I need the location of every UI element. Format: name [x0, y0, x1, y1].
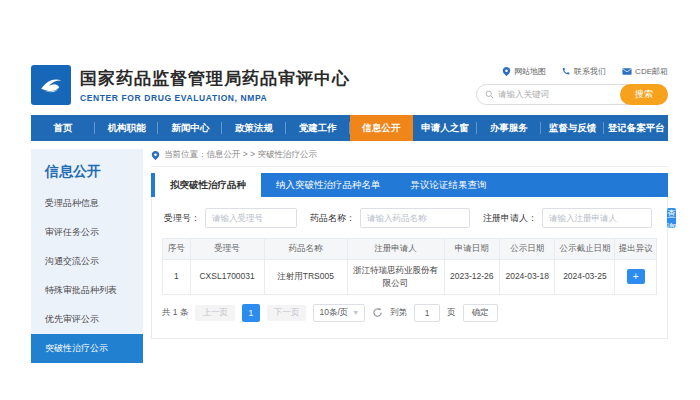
nav-item-party[interactable]: 党建工作 [286, 115, 350, 141]
breadcrumb: 当前位置：信息公开 > > 突破性治疗公示 [151, 149, 668, 167]
acceptance-no-label: 受理号： [164, 212, 200, 225]
cell-acceptance-no: CXSL1700031 [190, 260, 264, 295]
envelope-icon [622, 67, 632, 76]
applicant-input[interactable] [542, 208, 652, 228]
search-input[interactable] [498, 89, 608, 99]
header-right: 网站地图 联系我们 CDE邮箱 搜索 [472, 66, 668, 105]
col-deadline: 公示截止日期 [555, 239, 615, 260]
col-raise-objection: 提出异议 [615, 239, 657, 260]
col-apply-date: 申请日期 [444, 239, 499, 260]
confirm-button[interactable]: 确定 [463, 304, 498, 322]
tab-included-breakthrough-list[interactable]: 纳入突破性治疗品种名单 [261, 173, 396, 197]
pagination: 共 1 条 上一页 1 下一页 10条/页 ▼ 到第 页 [162, 304, 657, 322]
nav-item-policy[interactable]: 政策法规 [222, 115, 286, 141]
goto-label: 到第 [390, 307, 407, 319]
col-seq: 序号 [163, 239, 191, 260]
plus-icon[interactable]: + [627, 269, 645, 284]
drug-name-label: 药品名称： [310, 212, 355, 225]
caret-down-icon: ▼ [352, 309, 359, 316]
table-header-row: 序号 受理号 药品名称 注册申请人 申请日期 公示日期 公示截止日期 提出异议 [163, 239, 657, 260]
sitemap-label: 网站地图 [514, 66, 546, 77]
tab-proposed-breakthrough[interactable]: 拟突破性治疗品种 [155, 173, 261, 197]
prev-page-button[interactable]: 上一页 [195, 305, 235, 321]
content: 当前位置：信息公开 > > 突破性治疗公示 拟突破性治疗品种 纳入突破性治疗品种… [151, 149, 668, 363]
results-table: 序号 受理号 药品名称 注册申请人 申请日期 公示日期 公示截止日期 提出异议 [162, 238, 657, 295]
breadcrumb-pin-icon [151, 151, 160, 160]
col-applicant: 注册申请人 [347, 239, 444, 260]
table-row: 1 CXSL1700031 注射用TRS005 浙江特瑞思药业股份有限公司 20… [163, 260, 657, 295]
cell-seq: 1 [163, 260, 191, 295]
main-area: 信息公开 受理品种信息 审评任务公示 沟通交流公示 特殊审批品种列表 优先审评公… [31, 149, 668, 363]
page-size-select[interactable]: 10条/页 ▼ [313, 304, 365, 322]
sitemap-link[interactable]: 网站地图 [502, 66, 546, 77]
applicant-label: 注册申请人： [483, 212, 537, 225]
contact-link[interactable]: 联系我们 [562, 66, 606, 77]
acceptance-no-input[interactable] [205, 208, 297, 228]
nav-item-applicant-window[interactable]: 申请人之窗 [413, 115, 477, 141]
cell-applicant: 浙江特瑞思药业股份有限公司 [347, 260, 444, 295]
contact-label: 联系我们 [574, 66, 606, 77]
sidebar-item-communication[interactable]: 沟通交流公示 [31, 247, 143, 276]
sidebar-item-special-approval[interactable]: 特殊审批品种列表 [31, 276, 143, 305]
page-canvas: 国家药品监督管理局药品审评中心 CENTER FOR DRUG EVALUATI… [0, 0, 700, 400]
site-title: 国家药品监督管理局药品审评中心 [80, 67, 350, 90]
main-nav: 首页 机构职能 新闻中心 政策法规 党建工作 信息公开 申请人之窗 办事服务 监… [31, 115, 668, 141]
refresh-icon[interactable] [372, 307, 383, 318]
content-panel: 受理号： 药品名称： 注册申请人： 查询 序号 受理号 [151, 197, 668, 339]
location-pin-icon [502, 67, 511, 76]
current-page-button[interactable]: 1 [242, 304, 260, 322]
nav-item-registration-platform[interactable]: 登记备案平台 [604, 115, 668, 141]
sidebar-item-review-tasks[interactable]: 审评任务公示 [31, 218, 143, 247]
page-size-value: 10条/页 [319, 307, 348, 319]
sidebar-item-accepted-varieties[interactable]: 受理品种信息 [31, 189, 143, 218]
search-icon [485, 90, 494, 99]
site-subtitle: CENTER FOR DRUG EVALUATION, NMPA [80, 93, 350, 103]
goto-page-input[interactable] [414, 304, 440, 322]
sidebar: 信息公开 受理品种信息 审评任务公示 沟通交流公示 特殊审批品种列表 优先审评公… [31, 149, 143, 363]
nav-item-news[interactable]: 新闻中心 [158, 115, 222, 141]
nav-item-services[interactable]: 办事服务 [477, 115, 541, 141]
quick-links: 网站地图 联系我们 CDE邮箱 [502, 66, 668, 77]
cde-mail-link[interactable]: CDE邮箱 [622, 66, 668, 77]
nav-item-functions[interactable]: 机构职能 [95, 115, 159, 141]
pagination-total: 共 1 条 [162, 307, 188, 319]
cell-publicity-date: 2024-03-18 [499, 260, 554, 295]
header-search: 搜索 [476, 84, 668, 105]
breadcrumb-text: 当前位置：信息公开 > > 突破性治疗公示 [164, 149, 317, 161]
nav-item-supervision[interactable]: 监督与反馈 [541, 115, 605, 141]
query-button[interactable]: 查询 [667, 208, 676, 228]
nav-item-info-disclosure[interactable]: 信息公开 [350, 115, 414, 141]
cell-drug-name: 注射用TRS005 [264, 260, 347, 295]
cell-deadline: 2024-03-25 [555, 260, 615, 295]
brand-text: 国家药品监督管理局药品审评中心 CENTER FOR DRUG EVALUATI… [80, 67, 350, 103]
col-drug-name: 药品名称 [264, 239, 347, 260]
sidebar-item-breakthrough-therapy[interactable]: 突破性治疗公示 [31, 334, 143, 363]
cell-apply-date: 2023-12-26 [444, 260, 499, 295]
brand: 国家药品监督管理局药品审评中心 CENTER FOR DRUG EVALUATI… [31, 65, 350, 105]
page-unit-label: 页 [447, 307, 456, 319]
cell-raise-objection: + [615, 260, 657, 295]
tab-bar: 拟突破性治疗品种 纳入突破性治疗品种名单 异议论证结果查询 [151, 173, 668, 197]
drug-name-input[interactable] [360, 208, 470, 228]
next-page-button[interactable]: 下一页 [267, 305, 307, 321]
col-publicity-date: 公示日期 [499, 239, 554, 260]
col-acceptance-no: 受理号 [190, 239, 264, 260]
search-button[interactable]: 搜索 [620, 84, 668, 105]
phone-icon [562, 67, 571, 76]
tab-objection-result-query[interactable]: 异议论证结果查询 [396, 173, 502, 197]
site-header: 国家药品监督管理局药品审评中心 CENTER FOR DRUG EVALUATI… [31, 55, 668, 115]
cde-logo-icon [31, 65, 71, 105]
nav-item-home[interactable]: 首页 [31, 115, 95, 141]
sidebar-item-priority-review[interactable]: 优先审评公示 [31, 305, 143, 334]
cde-mail-label: CDE邮箱 [635, 66, 668, 77]
sidebar-title: 信息公开 [31, 159, 143, 189]
filter-bar: 受理号： 药品名称： 注册申请人： 查询 [164, 208, 657, 228]
site-wrapper: 国家药品监督管理局药品审评中心 CENTER FOR DRUG EVALUATI… [31, 55, 668, 363]
